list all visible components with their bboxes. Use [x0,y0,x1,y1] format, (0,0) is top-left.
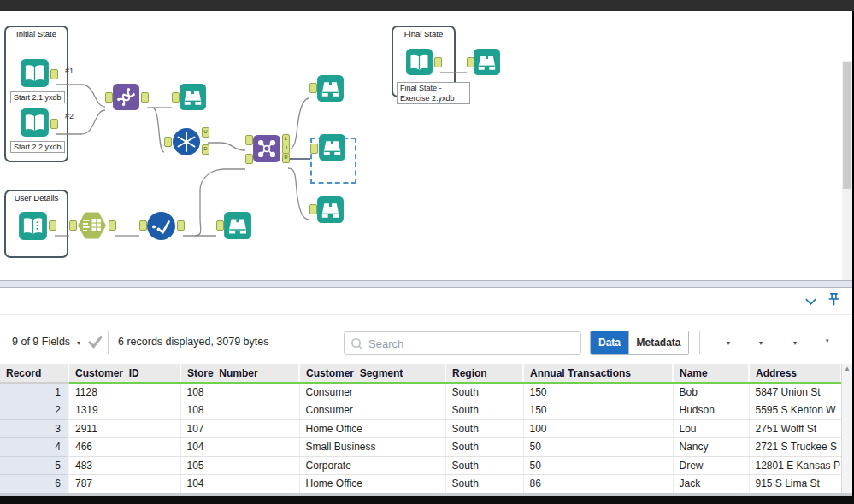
input-anchor[interactable] [309,204,317,214]
table-vertical-scrollbar[interactable]: ▲ [841,364,852,493]
cell[interactable]: 150 [523,383,673,401]
cell[interactable]: Nancy [673,438,749,457]
imputation-tool[interactable] [146,211,176,241]
caret-down-icon[interactable]: ▾ [759,339,763,347]
cell[interactable]: 104 [180,475,299,494]
input-anchor[interactable] [172,92,180,103]
browse-tool-final-state[interactable] [473,48,501,76]
tab-data[interactable]: Data [591,331,628,354]
pin-panel-button[interactable] [826,291,842,311]
caret-down-icon[interactable]: ▾ [793,339,797,347]
caret-down-icon[interactable]: ▾ [77,339,80,347]
cell[interactable]: Hudson [673,401,749,420]
unique-tool[interactable] [172,127,201,156]
tab-metadata[interactable]: Metadata [628,331,688,354]
column-header-region[interactable]: Region [445,364,523,383]
input-data-tool-start21[interactable] [20,58,50,88]
cell[interactable]: 150 [523,401,673,420]
output-anchor[interactable] [109,220,116,231]
column-header-customer-id[interactable]: Customer_ID [68,364,180,383]
browse-tool-union[interactable] [179,83,207,111]
record-number-cell[interactable]: 1 [0,383,68,401]
cell[interactable]: 1319 [68,401,180,420]
cell[interactable]: Drew [673,456,749,475]
cell[interactable]: 108 [180,383,299,401]
cell[interactable]: 5847 Union St [749,383,841,401]
cell[interactable]: 2911 [68,419,180,438]
input-anchor[interactable] [69,220,77,231]
output-anchor-unique[interactable]: U [202,127,209,138]
input-anchor[interactable] [310,144,318,154]
search-box[interactable] [344,331,581,355]
record-number-cell[interactable]: 4 [0,438,68,457]
input-data-tool-final-state[interactable] [405,48,433,76]
column-header-annual-transactions[interactable]: Annual Transactions [523,364,673,383]
cell[interactable]: Home Office [299,475,445,494]
cell[interactable]: Lou [673,419,749,438]
cell[interactable]: 50 [523,438,673,457]
cell[interactable]: 466 [68,438,180,457]
cell[interactable]: 12801 E Kansas P [749,456,841,475]
cell[interactable]: 108 [180,401,299,420]
cell[interactable]: South [445,401,523,420]
table-row[interactable]: 1 1128 108 Consumer South 150 Bob 5847 U… [0,383,841,401]
output-anchor-right[interactable]: R [282,153,290,163]
input-data-tool-user-details[interactable] [18,211,48,241]
output-anchor[interactable] [50,69,58,79]
browse-tool-user-details[interactable] [223,211,252,240]
input-data-tool-start22[interactable] [20,108,50,138]
input-anchor[interactable] [139,220,147,231]
cell[interactable]: South [445,438,523,457]
browse-tool-join-l[interactable] [316,74,345,103]
column-header-address[interactable]: Address [749,364,841,383]
cell[interactable]: South [445,419,523,438]
cell[interactable]: 787 [68,475,180,494]
output-anchor[interactable] [434,57,442,67]
cell[interactable]: 483 [68,456,180,475]
cell[interactable]: 2751 Wolff St [749,419,841,438]
input-anchor[interactable] [164,137,172,147]
output-anchor[interactable] [49,220,56,231]
table-row[interactable]: 2 1319 108 Consumer South 150 Hudson 559… [0,401,841,420]
output-anchor[interactable] [141,92,149,103]
browse-tool-join-j-selected[interactable] [318,133,346,161]
caret-down-icon[interactable]: ▾ [727,339,730,347]
table-row[interactable]: 3 2911 107 Home Office South 100 Lou 275… [0,419,841,438]
search-input[interactable] [367,334,575,353]
cell[interactable]: Consumer [299,401,445,420]
cell[interactable]: Corporate [299,456,445,475]
cell[interactable]: 915 S Lima St [749,475,841,494]
column-header-name[interactable]: Name [673,364,749,383]
input-anchor[interactable] [309,83,317,93]
table-row[interactable]: 6 787 104 Home Office South 86 Jack 915 … [0,475,841,494]
cell[interactable]: 100 [523,419,673,438]
caret-down-icon[interactable]: ▾ [826,337,829,344]
cell[interactable]: 2721 S Truckee S [749,438,841,457]
cell[interactable]: Small Business [299,438,445,457]
join-tool[interactable] [252,134,281,163]
union-tool[interactable] [112,83,140,111]
table-row[interactable]: 5 483 105 Corporate South 50 Drew 12801 … [0,456,841,475]
column-header-store-number[interactable]: Store_Number [180,364,299,383]
output-anchor[interactable] [177,220,185,231]
cell[interactable]: 5595 S Kenton W [749,401,841,420]
column-header-customer-segment[interactable]: Customer_Segment [299,364,445,383]
record-number-cell[interactable]: 3 [0,419,68,438]
output-anchor-duplicates[interactable]: D [202,144,209,155]
scroll-up-icon[interactable]: ▲ [842,365,852,372]
cell[interactable]: South [445,475,523,494]
cell[interactable]: Home Office [299,419,445,438]
input-anchor[interactable] [245,154,253,164]
cell[interactable]: South [445,456,523,475]
cell[interactable]: 107 [180,419,299,438]
cell[interactable]: 105 [180,456,299,475]
input-anchor[interactable] [467,57,474,67]
cell[interactable]: Jack [673,475,749,494]
input-anchor[interactable] [245,135,253,145]
cell[interactable]: Bob [673,383,749,401]
cell[interactable]: 104 [180,438,299,457]
cell[interactable]: 50 [523,456,673,475]
cell[interactable]: 1128 [68,383,180,401]
output-anchor[interactable] [50,119,58,129]
cell[interactable]: Consumer [299,383,445,401]
